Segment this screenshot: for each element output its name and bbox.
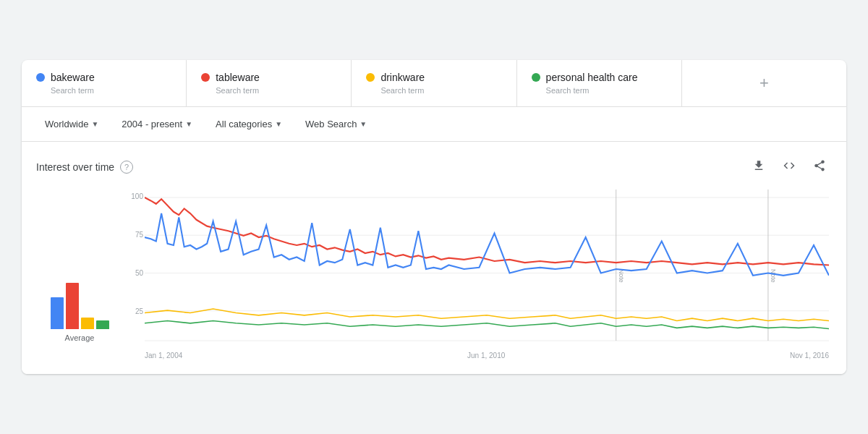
drinkware-label: Search term — [380, 86, 501, 95]
chart-area: Average 100 75 50 25 — [36, 190, 829, 359]
filter-search-type[interactable]: Web Search ▼ — [297, 114, 375, 134]
term-header-drinkware: drinkware — [366, 72, 501, 83]
bakeware-name: bakeware — [51, 72, 95, 83]
share-button[interactable] — [810, 156, 829, 178]
filter-location[interactable]: Worldwide ▼ — [36, 114, 107, 134]
filter-search-type-arrow: ▼ — [359, 120, 367, 128]
x-label-2004: Jan 1, 2004 — [145, 352, 182, 359]
chart-left: Average — [36, 190, 123, 359]
y-label-100: 100 — [123, 192, 143, 200]
embed-button[interactable] — [780, 156, 799, 178]
chart-actions — [749, 156, 829, 178]
search-term-tableware[interactable]: tableware Search term — [187, 60, 352, 106]
line-chart-svg: Note Note — [145, 190, 829, 349]
svg-text:Note: Note — [618, 269, 625, 283]
term-header-phc: personal health care — [532, 72, 667, 83]
filter-category-label: All categories — [216, 119, 272, 129]
add-term-icon: + — [760, 74, 769, 93]
search-term-personal-health-care[interactable]: personal health care Search term — [517, 60, 682, 106]
tableware-label: Search term — [216, 86, 336, 95]
y-label-50: 50 — [123, 269, 143, 277]
x-label-2010: Jun 1, 2010 — [467, 352, 505, 359]
drinkware-name: drinkware — [380, 72, 425, 83]
drinkware-dot — [366, 73, 375, 82]
bakeware-line — [145, 213, 829, 276]
main-container: bakeware Search term tableware Search te… — [22, 60, 846, 374]
phc-label: Search term — [546, 86, 667, 95]
avg-bar-phc — [96, 320, 109, 329]
filters-row: Worldwide ▼ 2004 - present ▼ All categor… — [22, 107, 846, 142]
chart-section: Interest over time ? — [22, 142, 846, 374]
x-label-2016: Nov 1, 2016 — [790, 352, 829, 359]
chart-main: 100 75 50 25 — [123, 190, 829, 359]
y-label-75: 75 — [123, 231, 143, 239]
tableware-line — [145, 197, 829, 265]
bakeware-label: Search term — [51, 86, 171, 95]
filter-time-label: 2004 - present — [122, 119, 182, 129]
filter-category-arrow: ▼ — [275, 120, 282, 128]
search-term-drinkware[interactable]: drinkware Search term — [352, 60, 516, 106]
avg-bar-drinkware — [81, 318, 94, 329]
filter-location-arrow: ▼ — [91, 120, 98, 128]
chart-title: Interest over time — [36, 161, 114, 173]
avg-bars — [51, 271, 109, 329]
bakeware-dot — [36, 73, 45, 82]
tableware-name: tableware — [216, 72, 260, 83]
phc-dot — [532, 73, 540, 82]
filter-time[interactable]: 2004 - present ▼ — [113, 114, 201, 134]
chart-header: Interest over time ? — [36, 156, 829, 178]
phc-line — [145, 321, 829, 329]
chart-title-area: Interest over time ? — [36, 161, 133, 174]
help-icon[interactable]: ? — [120, 161, 133, 174]
svg-text:Note: Note — [770, 269, 777, 283]
search-terms-row: bakeware Search term tableware Search te… — [22, 60, 846, 107]
tableware-dot — [201, 73, 210, 82]
add-term-button[interactable]: + — [682, 60, 846, 106]
chart-svg-container: 100 75 50 25 — [123, 190, 829, 349]
term-header-tableware: tableware — [201, 72, 336, 83]
filter-location-label: Worldwide — [45, 119, 88, 129]
x-axis-labels: Jan 1, 2004 Jun 1, 2010 Nov 1, 2016 — [123, 352, 829, 359]
y-label-25: 25 — [123, 307, 143, 315]
search-term-bakeware[interactable]: bakeware Search term — [22, 60, 187, 106]
download-button[interactable] — [749, 156, 768, 178]
filter-search-type-label: Web Search — [305, 119, 357, 129]
phc-name: personal health care — [546, 72, 638, 83]
term-header-bakeware: bakeware — [36, 72, 171, 83]
avg-label: Average — [65, 333, 95, 342]
filter-category[interactable]: All categories ▼ — [207, 114, 291, 134]
y-axis-labels: 100 75 50 25 — [123, 190, 143, 349]
avg-bar-tableware — [66, 283, 79, 329]
avg-bar-bakeware — [51, 297, 64, 329]
filter-time-arrow: ▼ — [185, 120, 192, 128]
